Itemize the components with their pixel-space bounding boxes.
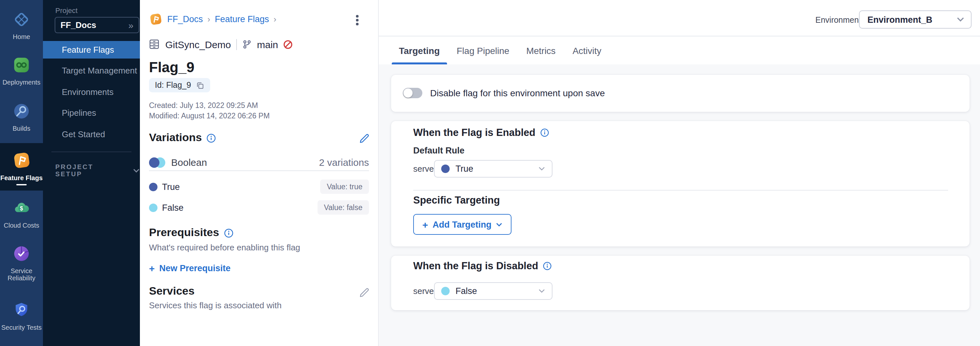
variations-heading: Variations	[149, 132, 202, 144]
rail-label: Feature Flags	[0, 174, 43, 181]
sidebar-item-label: Environments	[62, 87, 113, 97]
environment-select[interactable]: Environment_B	[859, 10, 972, 29]
specific-targeting-heading-text: Specific Targeting	[413, 194, 500, 206]
flag-enabled-card: When the Flag is Enabled Default Rule se…	[391, 121, 970, 246]
rail-label: Service Reliability	[0, 267, 43, 282]
tab-targeting[interactable]: Targeting	[392, 37, 447, 64]
serve-label: serve	[413, 164, 434, 174]
flag-tabs: Targeting Flag Pipeline Metrics Activity	[392, 37, 608, 64]
home-icon	[12, 10, 30, 31]
feature-flags-icon	[12, 151, 31, 172]
edit-variations-button[interactable]	[358, 132, 370, 144]
info-icon[interactable]	[224, 228, 233, 238]
sidebar-item-target-management[interactable]: Target Management	[43, 62, 140, 79]
rail-item-cloud-costs[interactable]: $ Cloud Costs	[0, 199, 43, 229]
tab-label: Metrics	[526, 45, 555, 56]
sidebar-item-label: Target Management	[62, 66, 137, 75]
sidebar-item-get-started[interactable]: Get Started	[43, 125, 140, 143]
chevron-down-icon	[956, 17, 964, 22]
rail-label: Security Tests	[1, 324, 41, 331]
project-selector[interactable]: FF_Docs »	[55, 17, 139, 33]
environment-label: Environment	[815, 16, 861, 25]
default-rule-serve-select[interactable]: True	[434, 160, 552, 178]
git-branch-selector[interactable]: main	[257, 39, 278, 50]
flag-disabled-card: When the Flag is Disabled serve False	[391, 256, 970, 310]
sidebar-item-label: Get Started	[62, 129, 105, 139]
variation-value-badge: Value: false	[318, 200, 369, 214]
app-root: Home Deployments	[0, 0, 980, 346]
default-rule-label: Default Rule	[413, 146, 465, 156]
info-icon[interactable]	[207, 133, 216, 143]
copy-icon[interactable]	[196, 81, 204, 89]
targeting-tab-content: Disable flag for this environment upon s…	[379, 64, 980, 346]
flag-id-text: Id: Flag_9	[155, 81, 191, 90]
rail-item-deployments[interactable]: Deployments	[0, 56, 43, 86]
tab-flag-pipeline[interactable]: Flag Pipeline	[450, 37, 517, 64]
variation-type-row: Boolean 2 variations	[149, 157, 369, 168]
new-prerequisite-label: New Prerequisite	[159, 263, 231, 273]
flag-options-menu-button[interactable]	[355, 14, 360, 26]
rail-item-home[interactable]: Home	[0, 10, 43, 40]
serve-selected-value: True	[455, 164, 473, 174]
breadcrumb-feature-flags-link[interactable]: Feature Flags	[215, 14, 269, 24]
cloud-costs-icon: $	[12, 199, 30, 220]
add-targeting-button[interactable]: + Add Targeting	[413, 214, 512, 235]
rail-label: Home	[13, 33, 30, 40]
sidebar-item-feature-flags[interactable]: Feature Flags	[43, 41, 140, 59]
flag-id-badge: Id: Flag_9	[149, 78, 210, 92]
rail-item-builds[interactable]: Builds	[0, 102, 43, 132]
svg-text:$: $	[20, 205, 23, 212]
project-sidebar: Project FF_Docs » Feature Flags Target M…	[43, 0, 140, 346]
nav-rail: Home Deployments	[0, 0, 43, 346]
flag-enabled-heading-row: When the Flag is Enabled	[413, 127, 549, 138]
variation-row-true: True Value: true	[149, 179, 369, 194]
project-setup-toggle[interactable]: PROJECT SETUP	[55, 163, 140, 178]
chevron-down-icon	[538, 289, 545, 293]
tab-metrics[interactable]: Metrics	[519, 37, 563, 64]
new-prerequisite-button[interactable]: + New Prerequisite	[149, 263, 231, 273]
info-icon[interactable]	[540, 128, 549, 137]
edit-services-button[interactable]	[358, 286, 370, 298]
add-targeting-label: Add Targeting	[433, 219, 492, 229]
git-branch-icon	[242, 39, 252, 49]
git-repo-icon	[148, 38, 160, 50]
serve-selected-value: False	[455, 286, 477, 296]
sidebar-item-label: Feature Flags	[62, 45, 114, 55]
breadcrumb-flag-icon	[149, 12, 163, 26]
rail-item-security-tests[interactable]: Security Tests	[0, 301, 43, 331]
breadcrumb-separator-icon: ›	[208, 14, 210, 24]
sidebar-item-environments[interactable]: Environments	[43, 83, 140, 101]
environment-selected-value: Environment_B	[867, 14, 932, 24]
divider	[413, 190, 948, 190]
variations-heading-row: Variations	[149, 132, 216, 144]
plus-icon: +	[422, 219, 428, 229]
chevron-down-icon	[496, 222, 503, 227]
disable-flag-card: Disable flag for this environment upon s…	[391, 75, 970, 112]
disable-flag-toggle-label: Disable flag for this environment upon s…	[430, 88, 605, 98]
sidebar-item-pipelines[interactable]: Pipelines	[43, 104, 140, 122]
double-chevron-icon: »	[128, 20, 134, 30]
rail-item-service-reliability[interactable]: Service Reliability	[0, 244, 43, 282]
disable-flag-toggle[interactable]	[403, 88, 422, 98]
git-repo-name: GitSync_Demo	[165, 39, 231, 50]
tab-label: Targeting	[399, 45, 440, 56]
variation-type-label: Boolean	[171, 157, 207, 168]
specific-targeting-heading: Specific Targeting	[413, 194, 500, 206]
chevron-down-icon	[538, 167, 545, 171]
divider	[236, 39, 237, 50]
flag-created-date: Created: July 13, 2022 09:25 AM	[149, 102, 258, 109]
chevron-down-icon	[133, 167, 140, 174]
project-setup-label: PROJECT SETUP	[55, 163, 118, 178]
project-section-label: Project	[55, 6, 78, 14]
services-heading-text: Services	[149, 285, 194, 298]
boolean-icon-dark	[149, 157, 159, 167]
git-sync-disabled-icon	[283, 39, 293, 49]
info-icon[interactable]	[543, 262, 552, 271]
rail-item-feature-flags[interactable]: Feature Flags	[0, 151, 43, 186]
false-variation-dot	[441, 287, 450, 295]
prerequisites-heading-row: Prerequisites	[149, 226, 233, 239]
variation-count: 2 variations	[319, 157, 369, 168]
tab-activity[interactable]: Activity	[565, 37, 609, 64]
breadcrumb-project-link[interactable]: FF_Docs	[167, 14, 203, 24]
disabled-serve-select[interactable]: False	[434, 282, 552, 300]
